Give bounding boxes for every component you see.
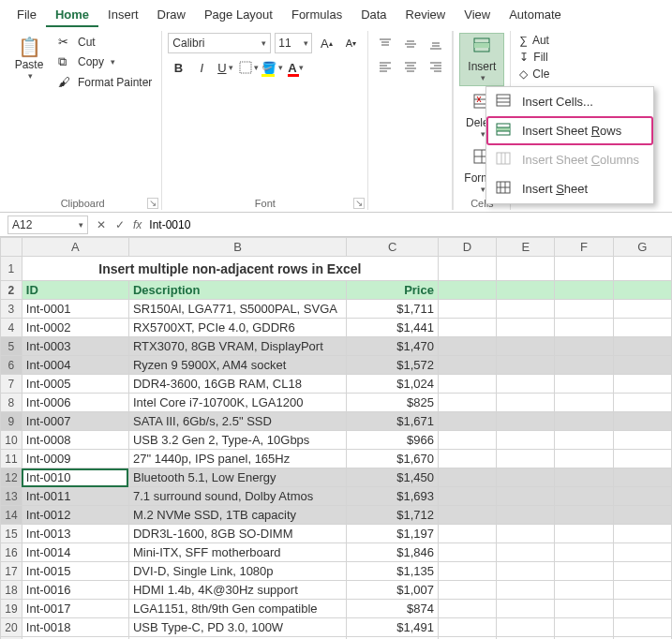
cell-empty[interactable] xyxy=(613,337,671,356)
menu-automate[interactable]: Automate xyxy=(500,4,571,27)
table-row[interactable]: 5Int-0003RTX3070, 8GB VRAM, DisplayPort$… xyxy=(1,337,672,356)
row-header[interactable]: 17 xyxy=(1,562,22,581)
row-header[interactable]: 13 xyxy=(1,487,22,506)
cell-id[interactable]: Int-0002 xyxy=(22,319,128,337)
cell-empty[interactable] xyxy=(497,618,555,637)
header-desc[interactable]: Description xyxy=(128,281,346,300)
cell-desc[interactable]: Intel Core i7-10700K, LGA1200 xyxy=(128,394,346,412)
cell-empty[interactable] xyxy=(555,618,613,637)
table-row[interactable]: 18Int-0016HDMI 1.4b, 4K@30Hz support$1,0… xyxy=(1,581,672,600)
cell-desc[interactable]: LGA1151, 8th/9th Gen compatible xyxy=(128,600,346,618)
col-header-C[interactable]: C xyxy=(347,238,439,257)
menu-insert-sheet[interactable]: Insert Sheet xyxy=(486,174,653,203)
table-row[interactable]: 10Int-0008USB 3.2 Gen 2, Type-A, 10Gbps$… xyxy=(1,431,672,450)
cell-desc[interactable]: DDR3L-1600, 8GB SO-DIMM xyxy=(128,525,346,543)
cell-empty[interactable] xyxy=(555,487,613,506)
cell-desc[interactable]: RTX3070, 8GB VRAM, DisplayPort xyxy=(128,337,346,356)
row-header[interactable]: 5 xyxy=(1,337,22,356)
cell-id[interactable]: Int-0009 xyxy=(22,450,128,468)
cell-empty[interactable] xyxy=(555,525,613,543)
cell-empty[interactable] xyxy=(438,543,496,562)
sheet-title[interactable]: Insert multiple non-adjacent rows in Exc… xyxy=(22,257,438,281)
cell-desc[interactable]: Ryzen 9 5900X, AM4 socket xyxy=(128,356,346,375)
cell-desc[interactable]: DDR4-3600, 16GB RAM, CL18 xyxy=(128,375,346,394)
cell-empty[interactable] xyxy=(497,506,555,525)
insert-button[interactable]: Insert ▾ xyxy=(459,33,504,86)
clear-button[interactable]: ◇Cle xyxy=(516,67,552,82)
cell-desc[interactable]: USB Type-C, PD 3.0, 100W xyxy=(128,618,346,637)
cell-id[interactable]: Int-0007 xyxy=(22,412,128,431)
table-row[interactable]: 16Int-0014Mini-ITX, SFF motherboard$1,84… xyxy=(1,543,672,562)
cell-empty[interactable] xyxy=(438,337,496,356)
font-size-select[interactable]: 11▾ xyxy=(275,33,312,53)
cell-price[interactable]: $1,024 xyxy=(347,375,439,394)
cell-empty[interactable] xyxy=(438,450,496,468)
align-top-button[interactable] xyxy=(374,35,396,53)
cell-id[interactable]: Int-0003 xyxy=(22,337,128,356)
header-price[interactable]: Price xyxy=(347,281,439,300)
cell-empty[interactable] xyxy=(497,337,555,356)
fx-icon[interactable]: fx xyxy=(133,218,142,231)
cell-price[interactable]: $1,671 xyxy=(347,412,439,431)
cell-empty[interactable] xyxy=(438,394,496,412)
cell-empty[interactable] xyxy=(555,412,613,431)
cell-empty[interactable] xyxy=(497,468,555,487)
cell-empty[interactable] xyxy=(555,450,613,468)
row-header[interactable]: 2 xyxy=(1,281,22,300)
row-header[interactable]: 8 xyxy=(1,394,22,412)
cell-empty[interactable] xyxy=(497,394,555,412)
cell-empty[interactable] xyxy=(497,319,555,337)
cell-empty[interactable] xyxy=(613,356,671,375)
table-row[interactable]: 7Int-0005DDR4-3600, 16GB RAM, CL18$1,024 xyxy=(1,375,672,394)
row-header[interactable]: 3 xyxy=(1,300,22,319)
cell-empty[interactable] xyxy=(497,600,555,618)
cell-empty[interactable] xyxy=(497,300,555,319)
cell-price[interactable]: $1,711 xyxy=(347,300,439,319)
cell-empty[interactable] xyxy=(613,581,671,600)
cell-empty[interactable] xyxy=(555,600,613,618)
row-header[interactable]: 6 xyxy=(1,356,22,375)
cell-price[interactable]: $1,197 xyxy=(347,525,439,543)
cell-id[interactable]: Int-0010 xyxy=(22,468,128,487)
cell-empty[interactable] xyxy=(555,300,613,319)
menu-home[interactable]: Home xyxy=(46,4,98,27)
cell-empty[interactable] xyxy=(438,468,496,487)
cell-empty[interactable] xyxy=(438,356,496,375)
cell-empty[interactable] xyxy=(555,375,613,394)
cell-price[interactable]: $874 xyxy=(347,600,439,618)
cell-desc[interactable]: Mini-ITX, SFF motherboard xyxy=(128,543,346,562)
table-row[interactable]: 20Int-0018USB Type-C, PD 3.0, 100W$1,491 xyxy=(1,618,672,637)
cell-empty[interactable] xyxy=(438,431,496,450)
row-header[interactable]: 11 xyxy=(1,450,22,468)
table-row[interactable]: 8Int-0006Intel Core i7-10700K, LGA1200$8… xyxy=(1,394,672,412)
col-header-A[interactable]: A xyxy=(22,238,128,257)
cell-empty[interactable] xyxy=(497,487,555,506)
cell-empty[interactable] xyxy=(613,487,671,506)
row-header[interactable]: 10 xyxy=(1,431,22,450)
cell-empty[interactable] xyxy=(438,506,496,525)
cell-empty[interactable] xyxy=(497,450,555,468)
cell-empty[interactable] xyxy=(438,319,496,337)
col-header-E[interactable]: E xyxy=(497,238,555,257)
cell-empty[interactable] xyxy=(555,581,613,600)
header-id[interactable]: ID xyxy=(22,281,128,300)
cell-empty[interactable] xyxy=(613,375,671,394)
cell-empty[interactable] xyxy=(613,450,671,468)
cell-desc[interactable]: USB 3.2 Gen 2, Type-A, 10Gbps xyxy=(128,431,346,450)
table-row[interactable]: 12Int-0010Bluetooth 5.1, Low Energy$1,45… xyxy=(1,468,672,487)
cell-empty[interactable] xyxy=(555,337,613,356)
menu-insert[interactable]: Insert xyxy=(98,4,148,27)
align-center-button[interactable] xyxy=(399,57,422,76)
cell-id[interactable]: Int-0014 xyxy=(22,543,128,562)
menu-data[interactable]: Data xyxy=(351,4,396,27)
table-row[interactable]: 14Int-0012M.2 NVMe SSD, 1TB capacity$1,7… xyxy=(1,506,672,525)
cell-price[interactable]: $1,712 xyxy=(347,506,439,525)
cell-desc[interactable]: SATA III, 6Gb/s, 2.5" SSD xyxy=(128,412,346,431)
cell-id[interactable]: Int-0005 xyxy=(22,375,128,394)
cell-empty[interactable] xyxy=(613,394,671,412)
align-left-button[interactable] xyxy=(374,57,396,76)
row-header[interactable]: 7 xyxy=(1,375,22,394)
cell-id[interactable]: Int-0016 xyxy=(22,581,128,600)
cell-empty[interactable] xyxy=(438,525,496,543)
cell-empty[interactable] xyxy=(555,562,613,581)
